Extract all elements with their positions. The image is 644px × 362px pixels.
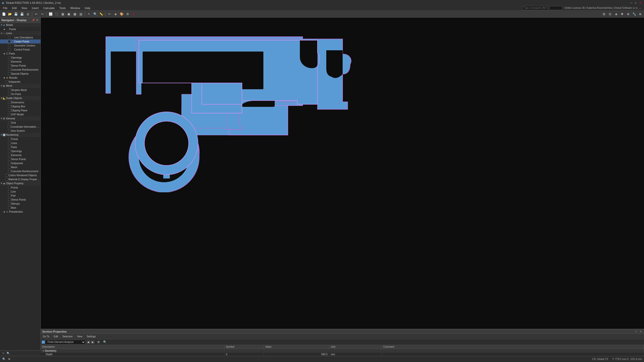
nav-item-num-lines[interactable]: Lines bbox=[0, 141, 41, 145]
check-num-parts[interactable] bbox=[8, 146, 11, 148]
nav-close-button[interactable]: ✕ bbox=[35, 18, 39, 22]
settings-button[interactable]: Settings bbox=[86, 335, 97, 338]
analysis-next-button[interactable]: ▶ bbox=[91, 340, 95, 344]
tb-right-2[interactable]: ⊟ bbox=[607, 11, 613, 17]
check-clipping-plane[interactable] bbox=[8, 109, 11, 112]
check-op-points[interactable] bbox=[8, 186, 11, 189]
check-material[interactable] bbox=[6, 178, 8, 180]
redo-button[interactable]: ↪ bbox=[39, 11, 45, 17]
nav-item-num-subpanels[interactable]: Subpanels bbox=[0, 161, 41, 165]
zoom-in-btn[interactable]: 🔍 bbox=[92, 11, 98, 17]
status-icon-2[interactable]: ✥ bbox=[7, 357, 11, 361]
selection-button[interactable]: Selection bbox=[61, 335, 74, 338]
check-control-points[interactable] bbox=[8, 48, 11, 51]
nav-item-points[interactable]: ▶ · Points bbox=[0, 27, 41, 31]
check-num-stress[interactable] bbox=[8, 158, 11, 160]
nav-item-coord-info[interactable]: Coordinate Information on Cursor bbox=[0, 125, 41, 129]
analysis-icon-1[interactable]: ⊞ bbox=[96, 339, 101, 345]
nav-item-num-points[interactable]: Points bbox=[0, 137, 41, 141]
nav-item-results[interactable]: ▶ ◈ Results bbox=[0, 76, 41, 80]
panel-close-button[interactable]: ✕ bbox=[639, 330, 642, 333]
render-btn[interactable]: ◈ bbox=[113, 11, 118, 17]
undo-button[interactable]: ↩ bbox=[33, 11, 39, 17]
check-line-orientations[interactable] bbox=[8, 36, 11, 39]
nav-item-line-orientations[interactable]: Line Orientations bbox=[0, 35, 41, 39]
nav-item-grid[interactable]: Grid bbox=[0, 121, 41, 125]
nav-item-op-stress-points[interactable]: Stress Points bbox=[0, 198, 41, 202]
view-btn-1[interactable]: ⬜ bbox=[48, 11, 53, 17]
nav-item-model[interactable]: ▼ ■ Model bbox=[0, 23, 41, 27]
check-axis[interactable] bbox=[8, 129, 11, 132]
check-op-line[interactable] bbox=[8, 190, 11, 193]
pointer-tool[interactable]: ↖ bbox=[1, 351, 6, 356]
check-num-lines[interactable] bbox=[8, 142, 11, 144]
nav-item-geometric-centers[interactable]: Geometric Centers bbox=[0, 43, 41, 48]
tb-right-6[interactable]: 🔧 bbox=[631, 11, 637, 17]
check-center-points[interactable] bbox=[8, 40, 11, 43]
view-button[interactable]: View bbox=[76, 335, 84, 338]
check-stress-points[interactable] bbox=[8, 64, 11, 67]
view-btn-6[interactable]: ▨ bbox=[78, 11, 84, 17]
menu-file[interactable]: File bbox=[1, 6, 10, 10]
search-input[interactable] bbox=[522, 6, 562, 10]
measure-btn[interactable]: 📏 bbox=[98, 11, 104, 17]
check-op-bars[interactable] bbox=[8, 206, 11, 209]
check-special[interactable] bbox=[8, 72, 11, 75]
maximize-button[interactable]: □ bbox=[634, 1, 637, 5]
menu-calculate[interactable]: Calculate bbox=[41, 6, 57, 10]
menu-help[interactable]: Help bbox=[83, 6, 93, 10]
nav-item-num-parts[interactable]: Parts bbox=[0, 145, 41, 149]
menu-window[interactable]: Window bbox=[68, 6, 82, 10]
nav-item-op-line[interactable]: Line bbox=[0, 190, 41, 194]
minimize-button[interactable]: ─ bbox=[629, 1, 633, 5]
check-op-stirrups[interactable] bbox=[8, 202, 11, 205]
nav-item-op-part[interactable]: Part bbox=[0, 194, 41, 198]
tb-right-1[interactable]: ⊞ bbox=[601, 11, 607, 17]
check-num-mesh[interactable] bbox=[8, 166, 11, 168]
tb-right-3[interactable]: ◈ bbox=[613, 11, 619, 17]
menu-edit[interactable]: Edit bbox=[10, 6, 19, 10]
check-grid[interactable] bbox=[8, 121, 11, 124]
check-op-part[interactable] bbox=[8, 194, 11, 197]
settings-btn-tb[interactable]: ⚙ bbox=[125, 11, 130, 17]
status-icon-1[interactable]: 🔍 bbox=[2, 357, 6, 361]
menu-insert[interactable]: Insert bbox=[30, 6, 41, 10]
check-on-parts[interactable] bbox=[8, 93, 11, 95]
panel-float-button[interactable]: ↗ bbox=[634, 330, 638, 333]
check-num-elements[interactable] bbox=[8, 154, 11, 156]
check-subpanels[interactable] bbox=[6, 80, 8, 83]
nav-item-control-points[interactable]: Control Points bbox=[0, 48, 41, 52]
nav-item-simplex-mesh[interactable]: Simplex Mesh bbox=[0, 88, 41, 92]
nav-item-num-concrete[interactable]: Concrete Reinforcement bbox=[0, 169, 41, 173]
nav-item-num-elements[interactable]: Elements bbox=[0, 153, 41, 157]
analysis-type-dropdown[interactable]: Finite Element Analysis bbox=[45, 340, 86, 344]
menu-tools[interactable]: Tools bbox=[57, 6, 68, 10]
print-button[interactable]: 🖨 bbox=[25, 11, 31, 17]
check-num-points[interactable] bbox=[8, 138, 11, 140]
close-button[interactable]: ✕ bbox=[638, 1, 642, 5]
nav-item-openings[interactable]: Openings bbox=[0, 56, 41, 60]
nav-item-axis-system[interactable]: Axis System bbox=[0, 129, 41, 133]
save-as-button[interactable]: 💾 bbox=[19, 11, 25, 17]
title-bar-controls[interactable]: ─ □ ✕ bbox=[629, 1, 642, 5]
nav-item-num-openings[interactable]: Openings bbox=[0, 149, 41, 153]
view-btn-4[interactable]: ▣ bbox=[66, 11, 71, 17]
nav-item-colors-rendered[interactable]: Colors Rendered Objects bbox=[0, 173, 41, 177]
check-openings[interactable] bbox=[8, 56, 11, 59]
analysis-icon-2[interactable]: 🔍 bbox=[102, 339, 108, 345]
check-op-stress[interactable] bbox=[8, 198, 11, 201]
check-geometric-centers[interactable] bbox=[8, 44, 11, 47]
check-concrete[interactable] bbox=[8, 68, 11, 71]
menu-view[interactable]: View bbox=[19, 6, 29, 10]
stop-btn[interactable]: ✕ bbox=[131, 11, 136, 17]
nav-item-mesh[interactable]: ▼ ⊞ Mesh bbox=[0, 84, 41, 88]
cursor-btn[interactable]: ↖ bbox=[86, 11, 92, 17]
nav-item-numbering[interactable]: ▼ 🔢 Numbering bbox=[0, 133, 41, 137]
zoom-tool[interactable]: 🔍 bbox=[6, 351, 11, 356]
nav-pin-button[interactable]: 📌 bbox=[31, 18, 35, 22]
nav-item-subpanels[interactable]: Subpanels bbox=[0, 80, 41, 84]
view-btn-2[interactable]: ⬛ bbox=[54, 11, 59, 17]
nav-item-op-stirrups[interactable]: Stirrups bbox=[0, 202, 41, 206]
check-num-openings[interactable] bbox=[8, 150, 11, 152]
analysis-prev-button[interactable]: ◀ bbox=[87, 340, 90, 344]
